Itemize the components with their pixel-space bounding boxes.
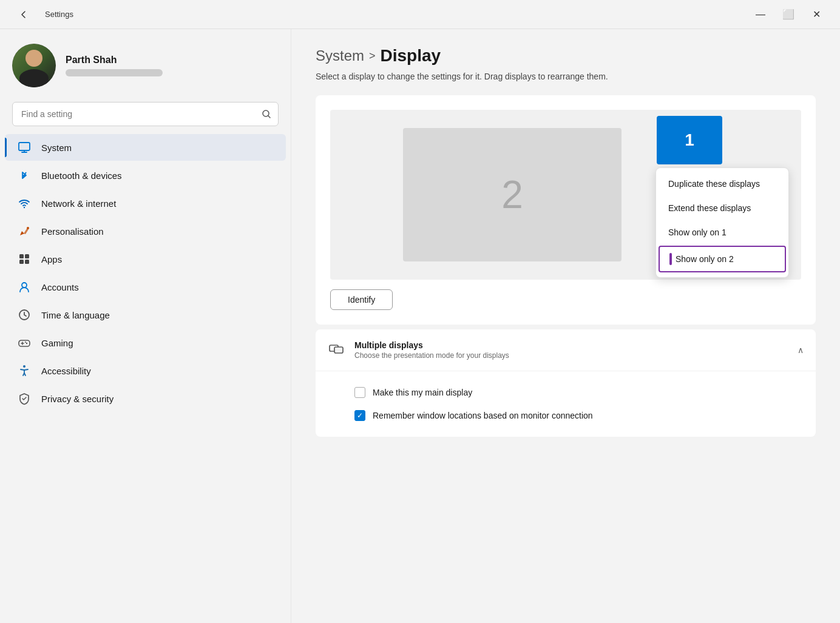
sidebar-label-gaming: Gaming [41, 338, 73, 348]
remember-window-row: Remember window locations based on monit… [354, 404, 804, 427]
svg-point-16 [26, 343, 27, 344]
search-input[interactable] [12, 102, 279, 126]
sidebar-item-apps[interactable]: Apps [5, 246, 286, 272]
multiple-displays-subtitle: Choose the presentation mode for your di… [354, 351, 788, 360]
remember-window-checkbox[interactable] [354, 410, 365, 421]
sidebar-label-network: Network & internet [41, 198, 116, 209]
dropdown-item-show1[interactable]: Show only on 1 [656, 220, 788, 244]
sidebar-label-apps: Apps [41, 254, 62, 264]
maximize-button[interactable]: ⬜ [774, 5, 802, 24]
avatar [12, 44, 56, 87]
sidebar-item-accessibility[interactable]: Accessibility [5, 357, 286, 384]
bluetooth-icon [17, 168, 32, 183]
svg-point-5 [24, 207, 25, 208]
dropdown-item-extend[interactable]: Extend these displays [656, 196, 788, 220]
dropdown-item-duplicate[interactable]: Duplicate these displays [656, 172, 788, 196]
sidebar-item-accounts[interactable]: Accounts [5, 274, 286, 300]
sidebar-item-time[interactable]: Time & language [5, 301, 286, 328]
svg-rect-13 [19, 340, 30, 346]
display-mode-dropdown: Duplicate these displays Extend these di… [655, 167, 789, 278]
title-bar: Settings — ⬜ ✕ [0, 0, 840, 29]
main-display-row: Make this my main display [354, 381, 804, 404]
user-section: Parth Shah [0, 29, 291, 97]
breadcrumb-system: System [316, 47, 364, 64]
sidebar-label-privacy: Privacy & security [41, 394, 113, 404]
sidebar-label-personalisation: Personalisation [41, 226, 104, 237]
svg-rect-20 [334, 347, 343, 353]
sidebar-item-bluetooth[interactable]: Bluetooth & devices [5, 162, 286, 189]
identify-button[interactable]: Identify [330, 289, 393, 310]
multiple-displays-section: Multiple displays Choose the presentatio… [316, 329, 816, 437]
monitor-1-label: 1 [685, 130, 694, 150]
close-button[interactable]: ✕ [802, 5, 830, 24]
sidebar-item-privacy[interactable]: Privacy & security [5, 385, 286, 412]
svg-point-18 [23, 365, 25, 368]
svg-point-11 [22, 283, 27, 288]
remember-window-label: Remember window locations based on monit… [373, 411, 593, 420]
window-controls: — ⬜ ✕ [747, 5, 830, 24]
multiple-displays-text: Multiple displays Choose the presentatio… [354, 340, 788, 360]
sidebar-label-accessibility: Accessibility [41, 366, 91, 376]
search-icon [262, 109, 271, 119]
privacy-icon [17, 391, 32, 406]
user-name: Parth Shah [66, 55, 163, 66]
user-email [66, 69, 163, 76]
svg-point-17 [25, 342, 26, 343]
accounts-icon [17, 280, 32, 294]
sidebar-item-network[interactable]: Network & internet [5, 190, 286, 217]
multiple-displays-icon [328, 342, 345, 359]
monitor-2[interactable]: 2 [403, 128, 622, 261]
svg-point-6 [27, 227, 29, 229]
user-info: Parth Shah [66, 55, 163, 76]
breadcrumb-display: Display [381, 46, 441, 66]
search-box [12, 102, 279, 126]
multiple-displays-chevron: ∧ [798, 345, 804, 355]
sidebar-label-time: Time & language [41, 310, 110, 320]
sidebar-item-system[interactable]: System [5, 134, 286, 161]
svg-rect-8 [25, 254, 29, 258]
main-display-checkbox[interactable] [354, 387, 365, 398]
display-panel: 2 1 Duplicate these displays Extend thes… [316, 95, 816, 325]
accessibility-icon [17, 363, 32, 378]
main-display-label: Make this my main display [373, 388, 472, 397]
breadcrumb-separator: > [369, 50, 376, 62]
display-canvas: 2 1 Duplicate these displays Extend thes… [330, 110, 801, 280]
back-button[interactable] [10, 5, 38, 24]
sidebar-label-accounts: Accounts [41, 282, 79, 292]
monitor-2-label: 2 [501, 172, 523, 217]
svg-line-1 [268, 116, 270, 118]
sidebar-label-bluetooth: Bluetooth & devices [41, 170, 122, 181]
multiple-displays-title: Multiple displays [354, 340, 788, 350]
network-icon [17, 196, 32, 210]
apps-icon [17, 252, 32, 266]
svg-rect-9 [19, 260, 24, 264]
breadcrumb: System > Display [316, 46, 816, 66]
dropdown-item-show2[interactable]: Show only on 2 [659, 246, 786, 272]
time-icon [17, 308, 32, 322]
multiple-displays-content: Make this my main display Remember windo… [316, 371, 816, 437]
svg-rect-7 [19, 254, 24, 258]
personalisation-icon [17, 224, 32, 238]
monitor-1[interactable]: 1 [657, 116, 722, 164]
main-content: System > Display Select a display to cha… [291, 29, 840, 623]
display-controls: Identify [330, 289, 801, 310]
app-body: Parth Shah System [0, 29, 840, 623]
app-title: Settings [45, 10, 73, 19]
svg-rect-10 [25, 260, 29, 264]
sidebar-item-gaming[interactable]: Gaming [5, 329, 286, 356]
svg-rect-2 [19, 143, 30, 150]
minimize-button[interactable]: — [747, 5, 774, 24]
page-description: Select a display to change the settings … [316, 70, 740, 83]
system-icon [17, 140, 32, 155]
sidebar-label-system: System [41, 143, 72, 153]
sidebar: Parth Shah System [0, 29, 291, 623]
multiple-displays-header[interactable]: Multiple displays Choose the presentatio… [316, 329, 816, 371]
sidebar-item-personalisation[interactable]: Personalisation [5, 218, 286, 244]
avatar-image [12, 44, 56, 87]
gaming-icon [17, 335, 32, 350]
